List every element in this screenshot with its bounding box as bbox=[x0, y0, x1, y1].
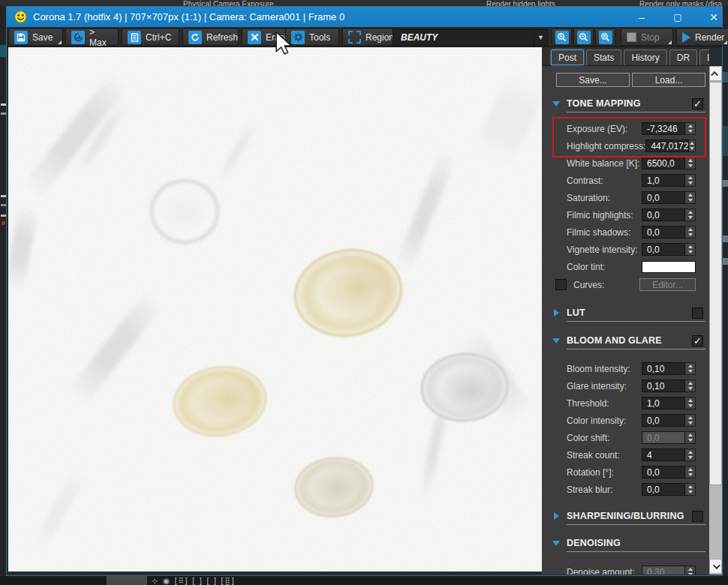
rollout-lut[interactable]: LUT bbox=[552, 307, 705, 319]
spinner-up-icon[interactable] bbox=[688, 382, 693, 385]
streak-blur-field[interactable] bbox=[642, 483, 685, 496]
section-divider bbox=[567, 349, 705, 350]
spinner-up-icon[interactable] bbox=[688, 211, 693, 214]
rollout-bloom-glare[interactable]: BLOOM AND GLARE ✓ bbox=[552, 334, 705, 346]
save-settings-button[interactable]: Save... bbox=[556, 73, 630, 87]
region-label: Region bbox=[366, 32, 394, 43]
spinner-up-icon[interactable] bbox=[688, 364, 693, 368]
render-channel-select[interactable]: BEAUTY ▼ bbox=[393, 28, 548, 46]
spinner-down-icon[interactable] bbox=[688, 250, 693, 254]
minimize-button[interactable]: – bbox=[627, 7, 657, 27]
scroll-down-button[interactable] bbox=[709, 559, 722, 574]
zoom-in-button[interactable] bbox=[552, 28, 572, 46]
spinner-down-icon[interactable] bbox=[688, 422, 693, 424]
spinner-up-icon[interactable] bbox=[688, 451, 693, 454]
copy-button[interactable]: Ctrl+C bbox=[122, 28, 179, 46]
tab-post[interactable]: Post bbox=[551, 50, 584, 65]
spinner-down-icon[interactable] bbox=[688, 439, 693, 442]
section-divider bbox=[567, 524, 705, 525]
threshold-field[interactable] bbox=[642, 397, 685, 410]
background-fragment bbox=[1, 204, 6, 206]
save-icon bbox=[14, 31, 28, 44]
maximize-button[interactable]: ▢ bbox=[663, 7, 693, 27]
spinner-down-icon[interactable] bbox=[688, 387, 693, 390]
spinner-down-icon[interactable] bbox=[688, 233, 693, 236]
tab-stats[interactable]: Stats bbox=[586, 50, 621, 65]
param-row: White balance [K]: bbox=[567, 157, 696, 170]
vignette-intensity-field[interactable] bbox=[642, 243, 685, 256]
spinner-down-icon[interactable] bbox=[688, 573, 693, 574]
contrast-field[interactable] bbox=[642, 174, 685, 187]
zoom-reset-button[interactable] bbox=[595, 28, 615, 46]
rollout-denoising[interactable]: DENOISING bbox=[552, 537, 705, 549]
spinner-up-icon[interactable] bbox=[688, 245, 693, 248]
load-settings-button[interactable]: Load... bbox=[632, 73, 705, 87]
stop-button[interactable]: Stop bbox=[621, 28, 673, 46]
save-button[interactable]: Save bbox=[8, 28, 63, 46]
streak-count-field[interactable] bbox=[642, 448, 685, 461]
scrollbar-thumb[interactable] bbox=[709, 82, 722, 485]
refresh-button[interactable]: Refresh bbox=[182, 28, 239, 46]
rotation-field[interactable] bbox=[642, 466, 685, 478]
spinner-down-icon[interactable] bbox=[688, 370, 693, 373]
spinner-up-icon[interactable] bbox=[688, 568, 693, 571]
scroll-up-button[interactable] bbox=[709, 66, 722, 81]
glare-intensity-field[interactable] bbox=[642, 380, 685, 392]
titlebar[interactable]: Corona 1.7 (hotfix 4) | 707×707px (1:1) … bbox=[7, 7, 722, 27]
lut-checkbox[interactable] bbox=[692, 308, 703, 319]
param-label: Filmic shadows: bbox=[567, 227, 642, 238]
color-intensity-field[interactable] bbox=[642, 414, 685, 427]
spinner-up-icon[interactable] bbox=[688, 159, 693, 162]
color-shift-field[interactable] bbox=[642, 431, 685, 444]
spinner-down-icon[interactable] bbox=[688, 164, 693, 167]
spinner bbox=[685, 448, 696, 461]
tools-button[interactable]: Tools bbox=[285, 28, 339, 46]
curves-editor-button[interactable]: Editor... bbox=[639, 278, 696, 291]
refresh-label: Refresh bbox=[206, 32, 238, 43]
render-viewport[interactable] bbox=[8, 47, 542, 572]
spinner-down-icon[interactable] bbox=[688, 182, 693, 184]
to-max-button[interactable]: > Max bbox=[65, 28, 119, 46]
tab-lightmix[interactable]: LightMix bbox=[699, 50, 709, 65]
filmic-shadows-field[interactable] bbox=[642, 226, 685, 238]
filmic-highlights-field[interactable] bbox=[642, 208, 685, 221]
spinner-down-icon[interactable] bbox=[688, 199, 693, 202]
curves-checkbox[interactable] bbox=[555, 279, 567, 290]
spinner-up-icon[interactable] bbox=[688, 194, 693, 196]
white-balance-field[interactable] bbox=[642, 157, 685, 170]
region-button[interactable]: Region bbox=[342, 28, 399, 46]
spinner-up-icon[interactable] bbox=[688, 416, 693, 419]
bloom-glare-checkbox[interactable]: ✓ bbox=[692, 335, 703, 346]
zoom-out-button[interactable] bbox=[573, 28, 594, 46]
spinner-up-icon[interactable] bbox=[688, 434, 693, 436]
tab-dr[interactable]: DR bbox=[669, 50, 697, 65]
tone-mapping-checkbox[interactable]: ✓ bbox=[692, 98, 703, 110]
color-tint-swatch[interactable] bbox=[642, 261, 696, 273]
spinner-up-icon[interactable] bbox=[688, 176, 693, 179]
spinner-down-icon[interactable] bbox=[688, 216, 693, 219]
sharpening-checkbox[interactable] bbox=[692, 511, 703, 522]
tab-history[interactable]: History bbox=[624, 50, 666, 65]
spinner-up-icon[interactable] bbox=[688, 228, 693, 231]
param-row: Color shift: bbox=[567, 431, 696, 444]
rollout-sharpening[interactable]: SHARPENING/BLURRING bbox=[552, 510, 705, 522]
spinner-down-icon[interactable] bbox=[688, 404, 693, 407]
spinner-up-icon[interactable] bbox=[688, 468, 693, 471]
rollout-open-icon bbox=[552, 101, 560, 106]
denoise-amount-field[interactable] bbox=[642, 566, 685, 574]
render-button[interactable]: Render bbox=[676, 28, 728, 46]
spinner-up-icon[interactable] bbox=[688, 485, 693, 488]
spinner-down-icon[interactable] bbox=[688, 456, 693, 459]
section-title: SHARPENING/BLURRING bbox=[567, 511, 692, 521]
rollout-tone-mapping[interactable]: TONE MAPPING ✓ bbox=[552, 98, 705, 110]
spinner-down-icon[interactable] bbox=[688, 490, 693, 494]
bloom-intensity-field[interactable] bbox=[642, 362, 685, 375]
saturation-field[interactable] bbox=[642, 191, 685, 204]
param-label: Saturation: bbox=[567, 193, 642, 203]
spinner-down-icon[interactable] bbox=[688, 473, 693, 476]
chevron-down-icon[interactable]: ▼ bbox=[534, 29, 547, 45]
panel-scrollbar[interactable] bbox=[709, 66, 722, 574]
close-button[interactable]: ✕ bbox=[699, 7, 728, 27]
stop-icon bbox=[627, 32, 636, 42]
spinner-up-icon[interactable] bbox=[688, 399, 693, 402]
